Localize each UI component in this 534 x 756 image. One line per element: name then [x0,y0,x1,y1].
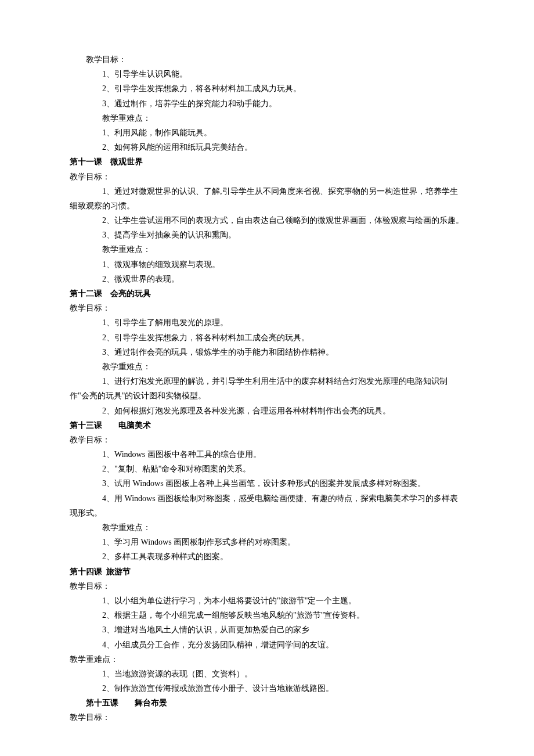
text-line: 2、根据主题，每个小组完成一组能够反映当地风貌的"旅游节"宣传资料。 [70,608,464,622]
text-line: 1、引导学生了解用电发光的原理。 [70,315,464,330]
text-line: 3、通过制作，培养学生的探究能力和动手能力。 [70,96,464,111]
text-line: 4、用 Windows 画图板绘制对称图案，感受电脑绘画便捷、有趣的特点，探索电… [70,491,464,520]
text-line: 1、当地旅游资源的表现（图、文资料）。 [70,667,464,681]
text-line: 2、引导学生发挥想象力，将各种材料加工成会亮的玩具。 [70,330,464,345]
text-line: 教学目标： [70,579,464,593]
text-line: 3、试用 Windows 画图板上各种上具当画笔，设计多种形式的图案并发展成多样… [70,476,464,491]
text-line: 4、小组成员分工合作，充分发扬团队精神，增进同学间的友谊。 [70,638,464,652]
text-line: 1、进行灯泡发光原理的解说，并引导学生利用生活中的废弃材料结合灯泡发光原理的电路… [70,374,464,403]
text-line: 教学目标： [70,301,464,315]
text-line: 2、微观世界的表现。 [70,272,464,286]
section-heading: 第十一课 微观世界 [70,154,464,169]
section-heading: 第十二课 会亮的玩具 [70,286,464,301]
section-heading: 第十三课 电脑美术 [70,418,464,433]
text-line: 3、提高学生对抽象美的认识和熏陶。 [70,228,464,242]
text-line: 1、学习用 Windows 画图板制作形式多样的对称图案。 [70,535,464,549]
text-line: 2、多样工具表现多种样式的图案。 [70,549,464,564]
text-line: 2、如何根据灯泡发光原理及各种发光源，合理运用各种材料制作出会亮的玩具。 [70,404,464,418]
section-heading: 第十四课 旅游节 [70,564,464,579]
text-line: 1、以小组为单位进行学习，为本小组将要设计的"旅游节"定一个主题。 [70,593,464,608]
text-line: 教学重难点： [70,652,464,667]
text-line: 教学重难点： [70,520,464,535]
section-heading: 第十五课 舞台布景 [70,696,464,710]
text-line: 2、如何将风能的运用和纸玩具完美结合。 [70,140,464,154]
text-line: 教学目标： [70,710,464,725]
text-line: 2、制作旅游宣传海报或旅游宣传小册子、设计当地旅游线路图。 [70,681,464,696]
text-line: 3、增进对当地风土人情的认识，从而更加热爱自己的家乡 [70,622,464,637]
text-line: 1、微观事物的细致观察与表现。 [70,257,464,272]
text-line: 3、通过制作会亮的玩具，锻炼学生的动手能力和团结协作精神。 [70,345,464,359]
text-line: 教学目标： [70,52,464,67]
text-line: 1、引导学生认识风能。 [70,67,464,81]
text-line: 教学重难点： [70,111,464,125]
text-line: 教学目标： [70,433,464,447]
text-line: 2、引导学生发挥想象力，将各种材料加工成风力玩具。 [70,81,464,96]
text-line: 教学目标： [70,170,464,184]
text-line: 教学重难点： [70,359,464,374]
text-line: 1、Windows 画图板中各种工具的综合使用。 [70,447,464,462]
text-line: 1、利用风能，制作风能玩具。 [70,125,464,140]
document-body: 教学目标：1、引导学生认识风能。2、引导学生发挥想象力，将各种材料加工成风力玩具… [70,52,464,725]
text-line: 教学重难点： [70,242,464,257]
text-line: 1、通过对微观世界的认识、了解,引导学生从不同角度来省视、探究事物的另一构造世界… [70,184,464,213]
text-line: 2、让学生尝试运用不同的表现方式，自由表达自己领略到的微观世界画面，体验观察与绘… [70,213,464,228]
text-line: 2、"复制、粘贴"命令和对称图案的关系。 [70,462,464,476]
